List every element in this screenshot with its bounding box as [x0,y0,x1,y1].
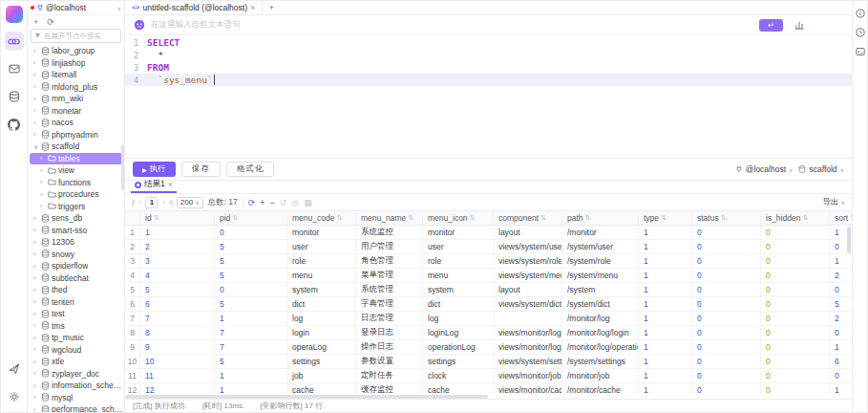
delete-row-icon[interactable]: − [270,198,275,207]
execute-button[interactable]: ▶ 执行 [133,162,176,177]
cell-status[interactable]: 0 [692,240,761,253]
cell-rownum[interactable]: 12 [125,383,140,395]
table-row[interactable]: 665dict字典管理dictviews/system/dict/system/… [125,297,852,312]
cell-id[interactable]: 10 [140,355,215,368]
sort-icon[interactable]: ⇅ [470,214,476,222]
cell-menu_icon[interactable]: cache [423,383,494,395]
table-row[interactable]: 12121cache缓存监控cacheviews/monitor/cache/m… [125,383,852,395]
cell-id[interactable]: 1 [140,226,215,239]
cell-menu_name[interactable]: 字典管理 [356,297,423,311]
refresh-results-icon[interactable]: ⟳ [248,198,256,207]
tree-item-sens_db[interactable]: ›sens_db [28,212,124,225]
column-header-path[interactable]: path⇅ [562,211,639,225]
chevron-right-icon[interactable]: › [40,203,46,209]
tree-item-phpmyadmin[interactable]: ›phpmyadmin [28,129,124,141]
ai-input[interactable]: 在这里输入自然文本语句 [151,19,753,31]
column-header-rownum[interactable] [125,211,140,225]
add-row-icon[interactable]: + [260,198,265,207]
cell-id[interactable]: 4 [140,269,215,282]
cell-component[interactable]: views/system/settings [494,355,562,368]
cell-menu_code[interactable]: monitor [287,226,356,239]
column-header-id[interactable]: id⇅ [140,211,215,225]
cell-rownum[interactable]: 11 [125,369,140,382]
revert-icon[interactable]: ↺ [280,198,287,207]
chevron-right-icon[interactable]: › [33,96,39,102]
tree-scrollbar[interactable] [121,144,124,190]
cell-sort[interactable]: 1 [830,340,852,354]
cell-menu_code[interactable]: settings [287,355,356,368]
cell-is_hidden[interactable]: 0 [761,369,830,382]
cell-rownum[interactable]: 8 [125,326,140,339]
table-row[interactable]: 887login登录日志loginLogviews/monitor/log/lo… [125,326,852,340]
cell-component[interactable]: views/system/role [494,254,562,268]
cell-sort[interactable]: 6 [830,355,852,368]
cell-id[interactable]: 5 [140,283,215,296]
cell-id[interactable]: 9 [140,340,215,354]
grid-vertical-scrollbar[interactable] [847,227,851,253]
cell-menu_name[interactable]: 用户管理 [356,240,423,253]
tree-item-linjiashop[interactable]: ›linjiashop [28,57,124,70]
chevron-right-icon[interactable]: › [33,48,39,54]
cell-component[interactable]: layout [494,283,562,296]
tree-item-wgcloud[interactable]: ›wgcloud [28,344,124,357]
databases-nav-icon[interactable] [5,87,24,106]
cell-menu_icon[interactable]: monitor [423,226,494,239]
cell-pid[interactable]: 7 [215,340,287,354]
cell-path[interactable]: /system/settings [562,355,639,368]
cell-menu_code[interactable]: job [287,369,356,382]
column-header-component[interactable]: component⇅ [494,211,562,225]
chevron-right-icon[interactable]: › [33,263,39,270]
tree-item-triggers[interactable]: ›triggers [28,201,124,213]
cell-component[interactable]: views/system/user [494,240,562,253]
cell-type[interactable]: 1 [639,226,692,239]
tree-item-subtlechat[interactable]: ›subtlechat [28,272,124,285]
cell-path[interactable]: /monitor [562,226,639,239]
cell-menu_icon[interactable]: system [423,283,494,296]
new-tab-button[interactable]: + [263,1,280,14]
tree-item-view[interactable]: ›view [28,164,124,177]
feedback-pen-icon[interactable] [5,359,24,379]
chevron-right-icon[interactable]: › [33,335,39,341]
connection-select[interactable]: @localhost ∨ [735,164,794,174]
tree-item-smart-sso[interactable]: ›smart-sso [28,225,124,237]
last-page-button[interactable]: ›| [169,198,172,206]
chevron-right-icon[interactable]: › [33,406,39,412]
cell-menu_name[interactable]: 定时任务 [356,369,423,382]
preview-changes-icon[interactable]: ◎ [291,198,299,207]
cell-status[interactable]: 0 [692,297,761,311]
format-button[interactable]: 格式化 [226,162,275,177]
cell-rownum[interactable]: 2 [125,240,140,253]
cell-rownum[interactable]: 5 [125,283,140,296]
tree-item-mm_wiki[interactable]: ›mm_wiki [28,93,124,105]
tree-item-procedures[interactable]: ›procedures [28,188,124,201]
cell-component[interactable]: views/monitor/job [494,369,562,382]
app-logo-icon[interactable] [6,6,23,23]
cell-type[interactable]: 1 [639,312,692,325]
cell-path[interactable]: /monitor/log [562,312,639,325]
prev-page-button[interactable]: ‹ [139,198,141,206]
cell-pid[interactable]: 7 [215,326,287,339]
cell-is_hidden[interactable]: 0 [761,383,830,395]
cell-menu_icon[interactable]: menu [423,269,494,282]
cell-menu_icon[interactable]: log [423,312,494,325]
chevron-right-icon[interactable]: › [33,394,39,401]
cell-menu_name[interactable]: 系统管理 [356,283,423,296]
cell-menu_code[interactable]: role [287,254,356,268]
cell-id[interactable]: 6 [140,297,215,311]
cell-component[interactable]: views/system/menu [494,269,562,282]
cell-is_hidden[interactable]: 0 [761,355,830,368]
cell-type[interactable]: 1 [639,254,692,268]
cell-component[interactable]: views/monitor/cache [494,383,562,395]
settings-gear-icon[interactable] [5,387,24,406]
chevron-right-icon[interactable]: › [33,83,39,90]
cell-menu_name[interactable]: 菜单管理 [356,269,423,282]
table-row[interactable]: 335role角色管理roleviews/system/role/system/… [125,254,852,269]
cell-is_hidden[interactable]: 0 [761,240,830,253]
chevron-right-icon[interactable]: › [33,359,39,365]
tree-item-mldong_plus[interactable]: ›mldong_plus [28,81,124,94]
chevron-right-icon[interactable]: › [33,215,39,222]
cell-menu_code[interactable]: login [287,326,356,339]
cell-path[interactable]: /system/role [562,254,639,268]
cell-id[interactable]: 7 [140,312,215,325]
cell-pid[interactable]: 0 [215,283,287,296]
